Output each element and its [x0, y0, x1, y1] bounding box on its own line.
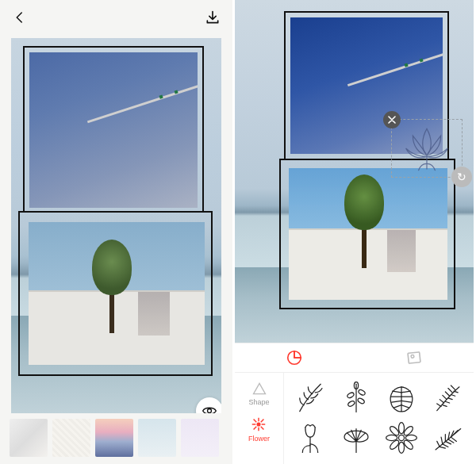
- category-flower[interactable]: Flower: [248, 416, 270, 443]
- back-button[interactable]: [11, 9, 29, 26]
- svg-point-12: [386, 435, 397, 440]
- filter-thumb-pale-blue[interactable]: [138, 419, 176, 457]
- rotate-icon: ↻: [457, 171, 466, 183]
- sticker-branch-leaves[interactable]: [293, 380, 328, 415]
- svg-point-0: [208, 409, 212, 413]
- editor-screen-preview: [0, 0, 235, 464]
- editor-screen-stickers: ↻ Shape Flower: [235, 0, 474, 464]
- top-bar: [0, 0, 232, 35]
- category-column: Shape Flower: [235, 373, 284, 464]
- frame-bottom: [18, 211, 213, 376]
- sticker-ginkgo-fan[interactable]: [339, 420, 374, 455]
- svg-point-10: [399, 422, 405, 433]
- filter-strip: [0, 413, 232, 464]
- lotus-sticker-icon: [392, 120, 462, 177]
- svg-point-9: [399, 435, 405, 440]
- svg-point-13: [406, 435, 417, 440]
- category-label: Flower: [248, 435, 270, 443]
- svg-rect-1: [408, 352, 420, 363]
- svg-point-3: [258, 423, 261, 426]
- svg-point-6: [346, 392, 354, 399]
- sticker-selection-box[interactable]: ↻: [391, 119, 463, 178]
- filter-thumb-sunset[interactable]: [95, 419, 133, 457]
- sticker-grid: [284, 373, 474, 464]
- sticker-mode-tab[interactable]: [285, 349, 304, 366]
- sticker-palm-branch[interactable]: [430, 380, 465, 415]
- svg-point-11: [399, 442, 405, 453]
- sticker-fern-frond[interactable]: [430, 420, 465, 455]
- sticker-sprig[interactable]: [339, 380, 374, 415]
- svg-point-7: [358, 389, 366, 397]
- svg-point-2: [411, 355, 414, 358]
- frame-top: [23, 46, 204, 213]
- sticker-rotate-handle[interactable]: ↻: [451, 167, 472, 187]
- canvas[interactable]: ↻: [235, 0, 474, 343]
- download-button[interactable]: [204, 9, 221, 26]
- category-label: Shape: [248, 398, 269, 406]
- filter-thumb-lavender[interactable]: [181, 419, 219, 457]
- category-shape[interactable]: Shape: [248, 381, 269, 406]
- frame-bottom: [279, 159, 455, 309]
- sticker-tulip[interactable]: [293, 420, 328, 455]
- filter-thumb-marble[interactable]: [10, 419, 48, 457]
- sticker-delete-button[interactable]: [383, 111, 401, 128]
- svg-point-5: [357, 397, 365, 405]
- sticker-monstera-leaf[interactable]: [384, 380, 419, 415]
- sticker-dahlia[interactable]: [384, 420, 419, 455]
- sticker-panel: Shape Flower: [235, 373, 474, 464]
- mode-tab-bar: [235, 343, 474, 373]
- canvas[interactable]: [11, 38, 221, 413]
- filter-thumb-linen[interactable]: [52, 419, 90, 457]
- photo-mode-tab[interactable]: [405, 349, 424, 366]
- svg-point-4: [347, 401, 355, 408]
